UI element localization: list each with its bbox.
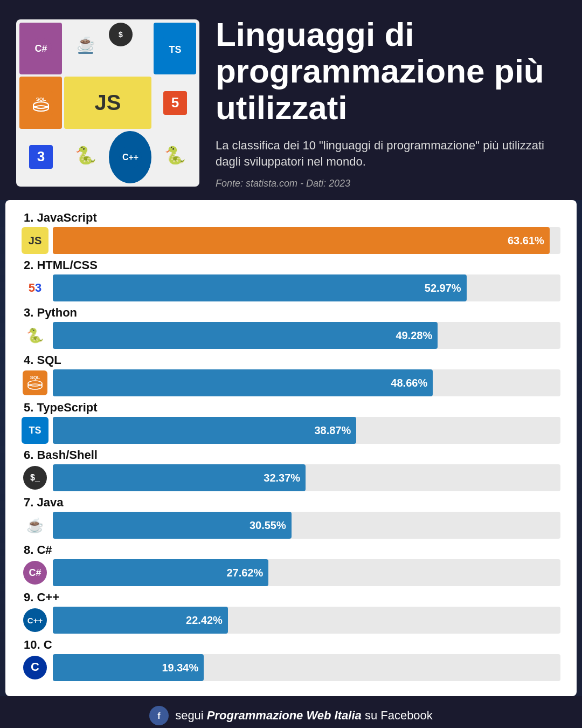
svg-text:C#: C#	[34, 43, 47, 54]
bar-row-0: JS63.61%	[22, 227, 560, 254]
bar-track-9: 19.34%	[53, 654, 560, 681]
bar-item-python: 3. Python🐍49.28%	[22, 306, 560, 349]
bar-icon-4: TS	[22, 417, 48, 444]
bar-pct-label-2: 49.28%	[396, 329, 432, 342]
svg-text:SQL: SQL	[30, 375, 40, 380]
page-source: Fonte: statista.com - Dati: 2023	[216, 178, 566, 189]
bar-row-4: TS38.87%	[22, 417, 560, 444]
bar-item-c: 10. CC19.34%	[22, 638, 560, 681]
svg-text:$: $	[119, 30, 123, 39]
svg-rect-3	[78, 52, 93, 54]
bar-item-java: 7. Java☕30.55%	[22, 496, 560, 539]
ts-logo: TS	[154, 23, 196, 75]
svg-text:🐍: 🐍	[75, 145, 96, 166]
cpp-logo: C++	[109, 131, 151, 183]
bar-fill-1: 52.97%	[53, 274, 467, 301]
bar-pct-label-9: 19.34%	[162, 662, 198, 674]
chart-container: 1. JavaScriptJS63.61%2. HTML/CSS5352.97%…	[5, 200, 577, 696]
bar-fill-6: 30.55%	[53, 512, 292, 539]
bar-icon-6: ☕	[22, 512, 48, 539]
footer-social-text: segui Programmazione Web Italia su Faceb…	[175, 709, 433, 723]
facebook-icon: f	[149, 706, 169, 725]
csharp-logo: C#	[19, 23, 62, 75]
bar-label-2: 3. Python	[22, 306, 560, 320]
python-logo: 🐍	[64, 131, 107, 183]
header-section: C# ☕ $ TS SQL	[0, 0, 582, 200]
svg-text:☕: ☕	[76, 37, 95, 52]
svg-text:f: f	[157, 711, 161, 720]
bar-label-7: 8. C#	[22, 543, 560, 557]
bar-item-sql: 4. SQL SQL 48.66%	[22, 353, 560, 396]
bar-fill-3: 48.66%	[53, 369, 433, 396]
python-logo-2: 🐍	[154, 131, 196, 183]
bar-label-1: 2. HTML/CSS	[22, 258, 560, 272]
bar-item-typescript: 5. TypeScriptTS38.87%	[22, 401, 560, 444]
js-logo-big: JS	[64, 77, 151, 129]
bar-icon-3: SQL	[22, 369, 48, 396]
bar-row-3: SQL 48.66%	[22, 369, 560, 396]
bar-icon-2: 🐍	[22, 322, 48, 349]
bar-fill-9: 19.34%	[53, 654, 204, 681]
bar-icon-8: C++	[22, 607, 48, 634]
bar-fill-8: 22.42%	[53, 607, 228, 634]
bar-fill-2: 49.28%	[53, 322, 438, 349]
bar-pct-label-0: 63.61%	[508, 235, 544, 247]
bar-track-4: 38.87%	[53, 417, 560, 444]
footer-social: f segui Programmazione Web Italia su Fac…	[0, 696, 582, 728]
html5-logo: 5	[154, 77, 196, 129]
bar-label-6: 7. Java	[22, 496, 560, 510]
bar-item-c: 8. C#C#27.62%	[22, 543, 560, 586]
bar-fill-5: 32.37%	[53, 464, 306, 491]
bar-pct-label-3: 48.66%	[391, 377, 427, 389]
bar-label-3: 4. SQL	[22, 353, 560, 367]
bar-track-8: 22.42%	[53, 607, 560, 634]
bar-label-5: 6. Bash/Shell	[22, 448, 560, 462]
header-image: C# ☕ $ TS SQL	[16, 19, 199, 187]
bar-icon-1: 53	[22, 274, 48, 301]
bar-label-8: 9. C++	[22, 590, 560, 605]
bar-track-1: 52.97%	[53, 274, 560, 301]
bar-track-2: 49.28%	[53, 322, 560, 349]
svg-text:C++: C++	[27, 616, 43, 625]
svg-text:C++: C++	[122, 153, 138, 162]
page-subtitle: La classifica dei 10 "linguaggi di progr…	[216, 138, 566, 171]
bar-row-9: C19.34%	[22, 654, 560, 681]
bar-row-1: 5352.97%	[22, 274, 560, 301]
bar-icon-9: C	[22, 654, 48, 681]
bar-fill-0: 63.61%	[53, 227, 550, 254]
bar-pct-label-4: 38.87%	[314, 424, 351, 437]
svg-text:SQL: SQL	[36, 97, 46, 102]
svg-text:3: 3	[37, 148, 44, 164]
bar-track-0: 63.61%	[53, 227, 560, 254]
header-text: Linguaggi di programmazione più utilizza…	[216, 16, 566, 189]
bar-item-c: 9. C++C++22.42%	[22, 590, 560, 634]
bar-row-5: $_32.37%	[22, 464, 560, 491]
bar-track-6: 30.55%	[53, 512, 560, 539]
svg-rect-22	[23, 370, 47, 395]
bar-item-javascript: 1. JavaScriptJS63.61%	[22, 211, 560, 254]
css3-logo: 3	[19, 131, 62, 183]
bar-pct-label-1: 52.97%	[425, 282, 461, 294]
svg-text:TS: TS	[169, 44, 181, 55]
bar-track-3: 48.66%	[53, 369, 560, 396]
bar-row-8: C++22.42%	[22, 607, 560, 634]
bar-icon-7: C#	[22, 559, 48, 586]
bar-pct-label-7: 27.62%	[226, 567, 263, 579]
svg-text:🐍: 🐍	[164, 145, 186, 166]
bash-logo: $	[109, 23, 133, 46]
java-logo: ☕	[64, 23, 107, 75]
bar-label-0: 1. JavaScript	[22, 211, 560, 225]
bar-track-7: 27.62%	[53, 559, 560, 586]
bar-pct-label-8: 22.42%	[186, 614, 223, 627]
bar-pct-label-6: 30.55%	[250, 519, 286, 532]
bar-item-htmlcss: 2. HTML/CSS5352.97%	[22, 258, 560, 301]
bar-item-bashshell: 6. Bash/Shell$_32.37%	[22, 448, 560, 491]
svg-text:C#: C#	[29, 567, 41, 578]
bar-fill-4: 38.87%	[53, 417, 356, 444]
bar-track-5: 32.37%	[53, 464, 560, 491]
bar-fill-7: 27.62%	[53, 559, 268, 586]
svg-text:$_: $_	[30, 473, 40, 482]
bar-row-7: C#27.62%	[22, 559, 560, 586]
bar-pct-label-5: 32.37%	[264, 472, 300, 484]
bar-row-6: ☕30.55%	[22, 512, 560, 539]
